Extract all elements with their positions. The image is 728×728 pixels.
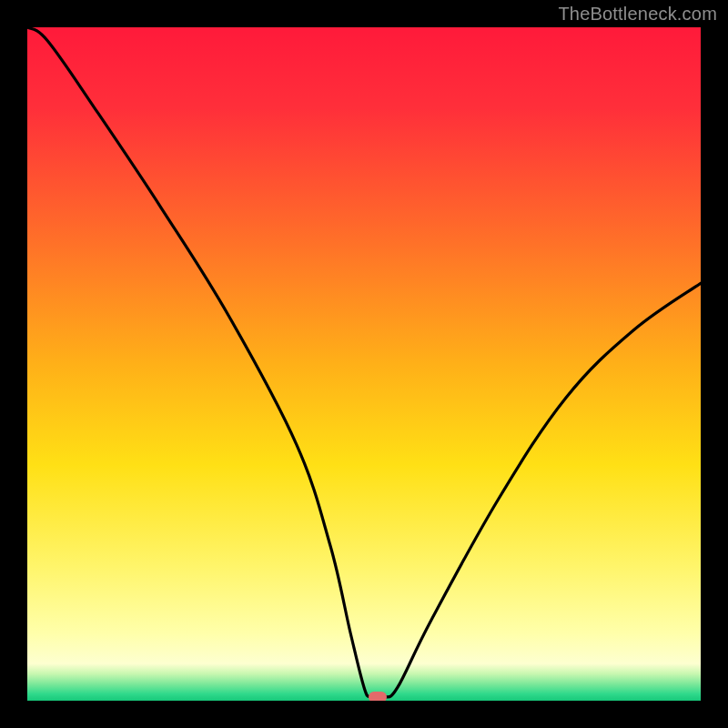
watermark-text: TheBottleneck.com: [558, 4, 717, 25]
bottleneck-curve: [27, 27, 701, 701]
chart-frame: TheBottleneck.com: [0, 0, 728, 728]
minimum-marker: [369, 692, 387, 701]
plot-area: [27, 27, 701, 701]
